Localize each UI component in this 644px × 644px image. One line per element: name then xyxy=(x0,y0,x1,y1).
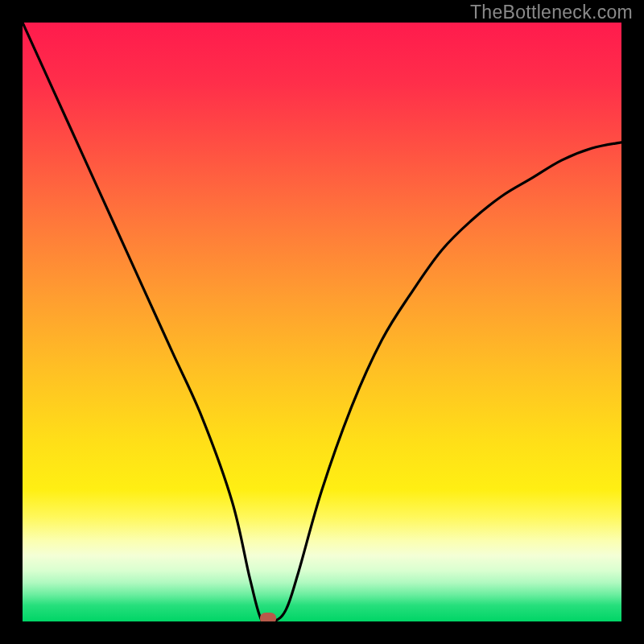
bottleneck-curve xyxy=(23,23,621,621)
optimal-point-marker xyxy=(260,613,276,621)
chart-frame: TheBottleneck.com xyxy=(0,0,644,644)
curve-layer xyxy=(23,23,621,621)
watermark-text: TheBottleneck.com xyxy=(470,2,633,23)
plot-area xyxy=(23,23,621,621)
